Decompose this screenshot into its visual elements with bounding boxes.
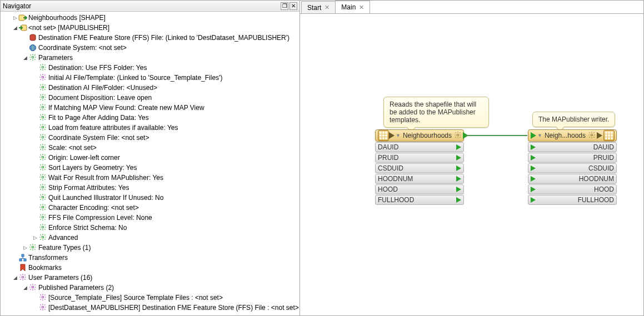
- attribute-name: HOODNUM: [378, 175, 413, 183]
- attribute-row[interactable]: HOOD: [375, 184, 464, 194]
- attribute-row[interactable]: PRUID: [528, 153, 617, 163]
- tree-item-label: Origin: Lower-left corner: [48, 154, 120, 162]
- annotation-text: The MAPublisher writer.: [538, 116, 609, 123]
- gear-p-icon: [38, 293, 47, 302]
- attribute-name: CSDUID: [588, 164, 614, 172]
- svg-rect-26: [24, 259, 26, 261]
- tree-item-label: Destination FME Feature Store (FFS) File…: [38, 34, 289, 42]
- tree-item-label: Advanced: [48, 234, 78, 242]
- tree-item-label: If Matching MAP View Found: Create new M…: [48, 104, 204, 112]
- p-comp[interactable]: FFS File Compression Level: None: [2, 213, 299, 223]
- svg-point-16: [42, 176, 44, 178]
- p-adv[interactable]: ▷Advanced: [2, 233, 299, 243]
- p-coordfile[interactable]: Coordinate System File: <not set>: [2, 133, 299, 143]
- attribute-row[interactable]: HOODNUM: [375, 174, 464, 184]
- close-icon[interactable]: ✕: [325, 4, 330, 11]
- attribute-row[interactable]: DAUID: [375, 142, 464, 152]
- attribute-row[interactable]: DAUID: [528, 142, 617, 152]
- gear-g-icon: [38, 173, 47, 182]
- input-port[interactable]: [531, 132, 536, 139]
- node-header[interactable]: ▼ Neigh...hoods: [528, 129, 617, 142]
- p-init-ai[interactable]: Initial AI File/Template: (Linked to 'So…: [2, 73, 299, 83]
- tree-item-label: Wait For Result from MAPublisher: Yes: [48, 174, 163, 182]
- p-quit[interactable]: Quit Launched Illustrator If Unused: No: [2, 193, 299, 203]
- p-strip[interactable]: Strip Format Attributes: Yes: [2, 183, 299, 193]
- svg-point-15: [42, 166, 44, 168]
- twisty-icon[interactable]: ▷: [12, 15, 18, 21]
- svg-point-32: [591, 134, 593, 136]
- tree-item-label: Destination AI File/Folder: <Unused>: [48, 84, 157, 92]
- port-icon: [456, 176, 461, 182]
- attribute-row[interactable]: HOOD: [528, 184, 617, 194]
- twisty-icon[interactable]: ◢: [22, 285, 28, 290]
- port-icon: [456, 144, 461, 150]
- close-icon[interactable]: ✕: [289, 2, 297, 10]
- tab-start[interactable]: Start✕: [301, 1, 336, 13]
- tree-item-label: Coordinate System: <not set>: [38, 44, 127, 52]
- twisty-icon[interactable]: ▷: [22, 245, 28, 250]
- main-panel: Start✕Main✕ Reaads the shapefile that wi…: [300, 0, 644, 316]
- writer-dataset[interactable]: ◢<not set> [MAPUBLISHER]: [2, 23, 299, 33]
- p-fit[interactable]: Fit to Page After Adding Data: Yes: [2, 113, 299, 123]
- param-coordsys[interactable]: Coordinate System: <not set>: [2, 43, 299, 53]
- gear-g-icon: [38, 213, 47, 222]
- gear-icon[interactable]: [588, 131, 596, 141]
- attribute-row[interactable]: CSDUID: [375, 163, 464, 173]
- port-icon: [531, 144, 536, 150]
- p-dest-ai[interactable]: Destination AI File/Folder: <Unused>: [2, 83, 299, 93]
- collapse-icon[interactable]: ▼: [396, 133, 401, 138]
- pp-dest[interactable]: [DestDataset_MAPUBLISHER] Destination FM…: [2, 303, 299, 313]
- p-schema[interactable]: Enforce Strict Schema: No: [2, 223, 299, 233]
- svg-point-6: [42, 76, 44, 78]
- svg-point-13: [42, 146, 44, 148]
- tree-item-label: [Source_Template_Files] Source Template …: [48, 294, 223, 302]
- navigator-tree[interactable]: ▷Neighbourhoods [SHAPE]◢<not set> [MAPUB…: [1, 12, 299, 315]
- twisty-icon[interactable]: ◢: [12, 25, 18, 31]
- restore-icon[interactable]: ❐: [281, 2, 288, 10]
- attribute-row[interactable]: FULLHOOD: [528, 195, 617, 205]
- p-enc[interactable]: Character Encoding: <not set>: [2, 203, 299, 213]
- collapse-icon[interactable]: ▼: [537, 133, 542, 138]
- p-sort[interactable]: Sort Layers by Geometry: Yes: [2, 163, 299, 173]
- attribute-row[interactable]: CSDUID: [528, 163, 617, 173]
- p-dest[interactable]: Destination: Use FFS Folder: Yes: [2, 63, 299, 73]
- connection-line[interactable]: [465, 135, 527, 136]
- close-icon[interactable]: ✕: [359, 4, 364, 11]
- p-map-view[interactable]: If Matching MAP View Found: Create new M…: [2, 103, 299, 113]
- writer-feature-type[interactable]: ▼ Neigh...hoods DAUIDPRUIDCSDUIDHOODNUMH…: [528, 129, 617, 205]
- table-icon: [603, 131, 615, 141]
- workspace-canvas[interactable]: Reaads the shapefile that will be added …: [300, 14, 643, 315]
- gear-g-icon: [38, 103, 47, 112]
- user-params[interactable]: ◢User Parameters (16): [2, 273, 299, 283]
- param-group[interactable]: ◢Parameters: [2, 53, 299, 63]
- twisty-icon[interactable]: ▷: [32, 235, 38, 240]
- transformers[interactable]: Transformers: [2, 253, 299, 263]
- attribute-row[interactable]: HOODNUM: [528, 174, 617, 184]
- svg-point-10: [42, 116, 44, 118]
- reader-dataset[interactable]: ▷Neighbourhoods [SHAPE]: [2, 13, 299, 23]
- tree-item-label: Sort Layers by Geometry: Yes: [48, 164, 137, 172]
- node-header[interactable]: ▼ Neighbourhoods: [375, 129, 464, 142]
- attribute-row[interactable]: FULLHOOD: [375, 195, 464, 205]
- p-wait[interactable]: Wait For Result from MAPublisher: Yes: [2, 173, 299, 183]
- tree-item-label: Neighbourhoods [SHAPE]: [28, 14, 106, 22]
- pp-src[interactable]: [Source_Template_Files] Source Template …: [2, 293, 299, 303]
- twisty-icon[interactable]: ◢: [22, 55, 28, 61]
- tree-item-label: User Parameters (16): [28, 274, 92, 282]
- tab-main[interactable]: Main✕: [335, 1, 370, 13]
- pub-params[interactable]: ◢Published Parameters (2): [2, 283, 299, 293]
- feature-types[interactable]: ▷Feature Types (1): [2, 243, 299, 253]
- p-doc-disp[interactable]: Document Disposition: Leave open: [2, 93, 299, 103]
- p-origin[interactable]: Origin: Lower-left corner: [2, 153, 299, 163]
- port-icon: [531, 187, 536, 192]
- twisty-icon[interactable]: ◢: [12, 275, 18, 280]
- p-scale[interactable]: Scale: <not set>: [2, 143, 299, 153]
- gear-icon[interactable]: [454, 131, 462, 141]
- p-load[interactable]: Load from feature attributes if availabl…: [2, 123, 299, 133]
- param-dest-ffs[interactable]: Destination FME Feature Store (FFS) File…: [2, 33, 299, 43]
- attribute-row[interactable]: PRUID: [375, 153, 464, 163]
- tree-item-label: Feature Types (1): [38, 244, 91, 252]
- port-icon: [456, 155, 461, 160]
- bookmarks[interactable]: Bookmarks: [2, 263, 299, 273]
- reader-feature-type[interactable]: ▼ Neighbourhoods DAUIDPRUIDCSDUIDHOODNUM…: [375, 129, 464, 205]
